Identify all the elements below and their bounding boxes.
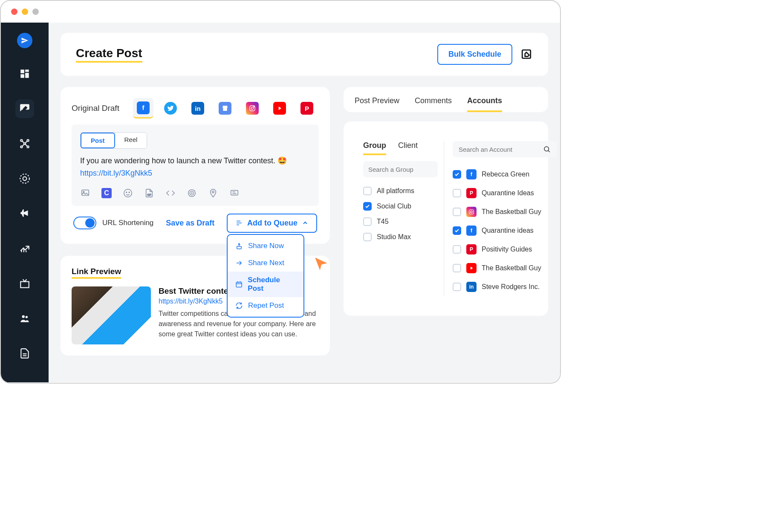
account-search[interactable] [453, 141, 557, 157]
checkbox[interactable] [363, 187, 372, 195]
save-as-draft-button[interactable]: Save as Draft [166, 219, 214, 228]
dropdown-share-now[interactable]: Share Now [228, 237, 303, 254]
target-icon[interactable] [187, 188, 197, 198]
account-row[interactable]: inSteve Rodgers Inc. [453, 278, 560, 296]
group-label: Social Club [377, 202, 411, 210]
svg-rect-1 [25, 69, 29, 72]
checkbox[interactable] [453, 283, 461, 291]
group-row[interactable]: Studio Max [363, 229, 438, 245]
nav-help-icon[interactable] [15, 169, 34, 188]
platform-tab-facebook[interactable]: f [133, 98, 153, 119]
platform-tab-pinterest[interactable]: P [297, 98, 317, 119]
platform-tab-instagram[interactable] [242, 98, 263, 119]
tab-accounts[interactable]: Accounts [467, 96, 502, 112]
add-to-queue-label: Add to Queue [247, 219, 298, 228]
post-type-tabs: Post Reel [80, 132, 147, 149]
nav-inbox-icon[interactable] [15, 274, 34, 293]
svg-point-32 [129, 192, 130, 193]
group-row[interactable]: T45 [363, 214, 438, 229]
nav-team-icon[interactable] [15, 309, 34, 328]
chevron-up-icon [302, 220, 309, 226]
group-search-input[interactable] [368, 166, 449, 173]
app-logo-icon[interactable] [17, 33, 32, 48]
draft-label: Original Draft [72, 104, 119, 113]
svg-point-6 [27, 139, 29, 141]
url-shortening-toggle[interactable] [73, 217, 96, 229]
svg-line-11 [23, 145, 24, 146]
account-label: The Basketball Guy [482, 264, 541, 272]
account-row[interactable]: The Basketball Guy [453, 202, 560, 221]
checkbox[interactable] [453, 264, 461, 272]
close-window-icon[interactable] [11, 9, 17, 15]
nav-compose-icon[interactable] [15, 99, 34, 118]
svg-point-25 [251, 107, 253, 109]
platform-tab-gmb[interactable] [215, 98, 235, 119]
edit-icon[interactable] [521, 49, 533, 61]
svg-point-57 [471, 211, 473, 213]
repeat-icon [235, 302, 243, 309]
checkbox[interactable] [453, 226, 461, 235]
minimize-window-icon[interactable] [22, 9, 28, 15]
account-row[interactable]: PPositivity Guides [453, 240, 560, 259]
gif-icon[interactable]: GIF [144, 188, 154, 198]
tab-comments[interactable]: Comments [415, 96, 452, 112]
caption-icon[interactable] [229, 188, 240, 198]
group-label: T45 [377, 218, 389, 226]
platform-tab-twitter[interactable] [160, 98, 181, 119]
post-type-tab-post[interactable]: Post [81, 133, 115, 148]
page-header: Create Post Bulk Schedule [61, 33, 548, 76]
dropdown-repeat-post[interactable]: Repet Post [228, 297, 303, 314]
svg-rect-0 [20, 69, 24, 73]
checkbox[interactable] [453, 170, 461, 179]
account-row[interactable]: The Basketball Guy [453, 259, 560, 278]
post-link[interactable]: https://bit.ly/3KgNkk5 [80, 169, 152, 177]
canva-icon[interactable]: C [101, 188, 112, 198]
maximize-window-icon[interactable] [32, 9, 39, 15]
account-search-input[interactable] [459, 146, 540, 153]
platform-tab-linkedin[interactable]: in [188, 98, 208, 119]
nav-dashboard-icon[interactable] [15, 64, 34, 83]
nav-network-icon[interactable] [15, 134, 34, 153]
code-icon[interactable] [165, 188, 176, 198]
nav-reports-icon[interactable] [15, 344, 34, 363]
fb-icon: f [466, 169, 477, 179]
nav-announce-icon[interactable] [15, 204, 34, 223]
account-row[interactable]: fRebecca Green [453, 165, 560, 184]
composer-card: Original Draft f in P [61, 87, 330, 244]
location-icon[interactable] [208, 188, 218, 198]
tab-client[interactable]: Client [398, 141, 418, 155]
account-row[interactable]: fQuarantine ideas [453, 221, 560, 240]
link-preview-thumbnail [72, 286, 151, 344]
checkbox[interactable] [363, 233, 372, 241]
svg-point-53 [544, 147, 549, 151]
add-to-queue-button[interactable]: Add to Queue [227, 214, 317, 233]
checkbox[interactable] [453, 245, 461, 254]
platform-tab-youtube[interactable] [269, 98, 290, 119]
right-panel-tabs-card: Post Preview Comments Accounts [344, 87, 548, 112]
checkbox[interactable] [453, 208, 461, 216]
nav-analytics-icon[interactable] [15, 239, 34, 258]
group-row[interactable]: All platforms [363, 183, 438, 199]
dropdown-schedule-post[interactable]: Schedule Post [228, 272, 303, 297]
emoji-icon[interactable] [123, 188, 133, 198]
checkbox[interactable] [453, 189, 461, 197]
upload-icon [235, 242, 243, 250]
pin-icon: P [466, 188, 477, 198]
checkbox[interactable] [363, 202, 372, 211]
tab-post-preview[interactable]: Post Preview [355, 96, 399, 112]
queue-dropdown: Share Now Share Next Schedule Post [227, 234, 304, 318]
checkbox[interactable] [363, 217, 372, 226]
post-type-tab-reel[interactable]: Reel [115, 133, 147, 148]
account-label: The Basketball Guy [482, 208, 541, 216]
account-row[interactable]: PQuarantine Ideas [453, 184, 560, 202]
post-text-area[interactable]: If you are wondering how to launch a new… [80, 155, 310, 179]
group-search[interactable] [363, 161, 438, 177]
media-icon[interactable] [80, 188, 90, 198]
tab-group[interactable]: Group [363, 141, 386, 155]
group-row[interactable]: Social Club [363, 199, 438, 214]
dropdown-share-next[interactable]: Share Next [228, 254, 303, 272]
bulk-schedule-button[interactable]: Bulk Schedule [437, 44, 512, 65]
account-label: Rebecca Green [482, 171, 529, 178]
account-label: Steve Rodgers Inc. [482, 283, 540, 291]
svg-marker-58 [471, 267, 473, 270]
